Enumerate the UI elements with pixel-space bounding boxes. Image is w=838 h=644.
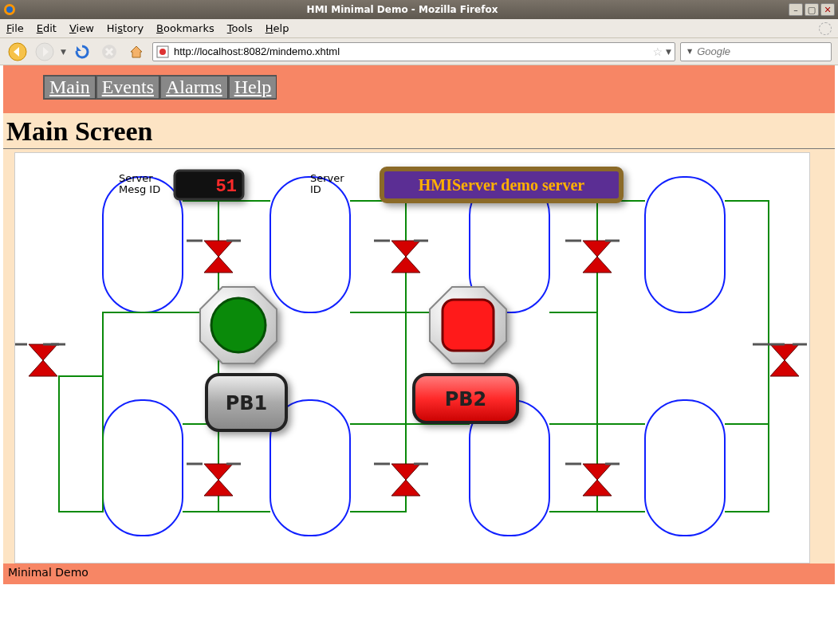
valve-ul[interactable] bbox=[187, 241, 241, 273]
page-favicon-icon bbox=[156, 45, 169, 58]
valve-um[interactable] bbox=[374, 241, 428, 273]
valve-far-left[interactable] bbox=[15, 344, 65, 376]
pushbutton-pb1[interactable]: PB1 bbox=[207, 375, 286, 430]
valve-ll[interactable] bbox=[187, 464, 241, 496]
back-arrow-icon bbox=[8, 42, 27, 61]
menu-tools[interactable]: Tools bbox=[227, 22, 253, 34]
svg-text:51: 51 bbox=[216, 177, 237, 197]
nav-tab-alarms[interactable]: Alarms bbox=[159, 75, 228, 100]
forward-arrow-icon bbox=[35, 42, 54, 61]
nav-tab-help[interactable]: Help bbox=[228, 75, 277, 100]
stop-button[interactable] bbox=[98, 41, 120, 63]
server-id-display: HMIServer demo server bbox=[382, 169, 621, 201]
tank-lr2 bbox=[645, 400, 725, 536]
nav-tab-main[interactable]: Main bbox=[43, 75, 96, 100]
home-icon bbox=[128, 44, 144, 60]
browser-toolbar: ▼ ☆ ▼ G ▼ bbox=[0, 38, 838, 65]
server-mesg-id-display: 51 bbox=[175, 171, 243, 199]
valve-ur[interactable] bbox=[565, 241, 620, 273]
history-dropdown-icon[interactable]: ▼ bbox=[61, 48, 66, 56]
search-engine-dropdown-icon[interactable]: ▼ bbox=[687, 48, 692, 55]
tank-ul1 bbox=[103, 177, 183, 312]
valve-far-right[interactable] bbox=[753, 344, 807, 376]
pilot-light-red bbox=[430, 287, 506, 363]
hmi-diagram: Server Mesg ID 51 Server ID bbox=[14, 152, 810, 564]
bookmark-star-icon[interactable]: ☆ bbox=[653, 45, 663, 58]
svg-point-6 bbox=[159, 49, 166, 55]
pipe-right-loop bbox=[725, 201, 769, 512]
pushbutton-pb2[interactable]: PB2 bbox=[414, 375, 517, 422]
svg-text:PB1: PB1 bbox=[226, 392, 268, 414]
tank-ur2 bbox=[645, 177, 725, 312]
window-minimize-button[interactable]: – bbox=[789, 3, 803, 16]
page-nav-band: Main Events Alarms Help bbox=[3, 65, 835, 113]
svg-point-22 bbox=[211, 298, 266, 352]
menu-bookmarks[interactable]: Bookmarks bbox=[156, 22, 214, 34]
nav-tab-events[interactable]: Events bbox=[96, 75, 159, 100]
svg-point-1 bbox=[6, 6, 13, 13]
valve-lm[interactable] bbox=[374, 464, 428, 496]
firefox-icon bbox=[3, 3, 16, 16]
tank-ll1 bbox=[103, 400, 183, 536]
url-input[interactable] bbox=[172, 45, 650, 58]
search-input[interactable] bbox=[695, 45, 833, 58]
search-box[interactable]: G ▼ bbox=[680, 42, 832, 61]
window-title: HMI Minimal Demo - Mozilla Firefox bbox=[21, 4, 784, 15]
stop-icon bbox=[101, 44, 117, 60]
window-close-button[interactable]: ✕ bbox=[820, 3, 835, 16]
window-titlebar: HMI Minimal Demo - Mozilla Firefox – ▢ ✕ bbox=[0, 0, 838, 19]
server-mesg-id-label: Server Mesg ID bbox=[119, 172, 160, 195]
forward-button[interactable] bbox=[33, 41, 56, 63]
svg-rect-24 bbox=[443, 300, 494, 351]
tank-ul2 bbox=[270, 177, 350, 312]
throbber-icon bbox=[819, 22, 832, 35]
browser-menubar: File Edit View History Bookmarks Tools H… bbox=[0, 19, 838, 38]
valve-lr[interactable] bbox=[565, 464, 620, 496]
window-maximize-button[interactable]: ▢ bbox=[805, 3, 819, 16]
svg-text:HMIServer demo server: HMIServer demo server bbox=[419, 176, 585, 194]
svg-text:PB2: PB2 bbox=[445, 388, 487, 410]
menu-edit[interactable]: Edit bbox=[37, 22, 57, 34]
browser-viewport: Main Events Alarms Help Main Screen bbox=[0, 65, 838, 644]
menu-view[interactable]: View bbox=[69, 22, 94, 34]
back-button[interactable] bbox=[6, 41, 29, 63]
reload-icon bbox=[74, 44, 90, 60]
pilot-light-green bbox=[200, 287, 277, 363]
address-bar[interactable]: ☆ ▼ bbox=[152, 42, 675, 61]
menu-history[interactable]: History bbox=[107, 22, 144, 34]
url-dropdown-icon[interactable]: ▼ bbox=[666, 48, 671, 56]
menu-file[interactable]: File bbox=[6, 22, 24, 34]
page-footer: Minimal Demo bbox=[3, 564, 835, 584]
reload-button[interactable] bbox=[71, 41, 93, 63]
home-button[interactable] bbox=[125, 41, 148, 63]
page-title: Main Screen bbox=[6, 116, 835, 147]
menu-help[interactable]: Help bbox=[266, 22, 289, 34]
